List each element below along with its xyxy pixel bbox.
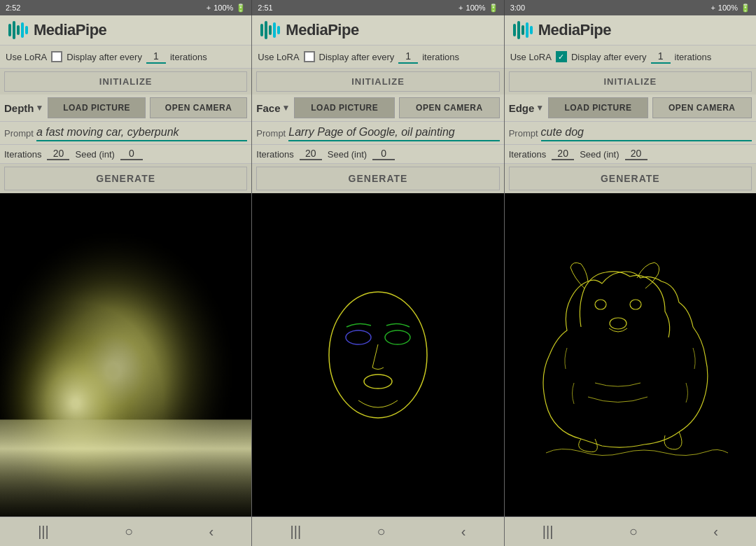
status-time-3: 3:00	[510, 4, 525, 12]
initialize-btn-2[interactable]: INITIALIZE	[256, 71, 499, 92]
prompt-label-2: Prompt	[256, 128, 286, 139]
mode-select-1[interactable]: Depth ▼	[4, 102, 43, 114]
iterations-label-2: Iterations	[256, 149, 293, 160]
lora-checkbox-3[interactable]	[556, 51, 567, 62]
lora-checkbox-2[interactable]	[304, 51, 315, 62]
seed-label-1: Seed (int)	[75, 149, 114, 160]
seed-input-1[interactable]	[120, 148, 143, 160]
iterations-input-3[interactable]	[552, 148, 574, 160]
mediapipe-logo-3	[513, 21, 533, 39]
open-camera-btn-3[interactable]: OPEN CAMERA	[652, 97, 752, 118]
iterations-input-1[interactable]	[47, 148, 69, 160]
dog-svg	[525, 243, 735, 467]
seed-input-3[interactable]	[625, 148, 648, 160]
mode-label-3: Edge	[509, 102, 535, 114]
svg-point-2	[385, 330, 410, 344]
nav-menu-icon-3[interactable]: |||	[542, 524, 554, 540]
svg-point-4	[595, 300, 606, 309]
mode-label-2: Face	[256, 102, 280, 114]
mode-select-3[interactable]: Edge ▼	[509, 102, 545, 114]
display-label-3: Display after every	[571, 52, 647, 62]
lora-checkbox-1[interactable]	[51, 51, 62, 62]
mode-select-2[interactable]: Face ▼	[256, 102, 290, 114]
nav-menu-icon-1[interactable]: |||	[38, 524, 49, 540]
panels-container: MediaPipe Use LoRA Display after every i…	[0, 15, 756, 546]
nav-back-icon-2[interactable]: ‹	[461, 524, 466, 540]
nav-back-icon-1[interactable]: ‹	[209, 524, 214, 540]
mediapipe-logo-2	[260, 21, 280, 39]
prompt-row-3: Prompt	[505, 122, 756, 145]
chevron-icon-3: ▼	[536, 103, 544, 113]
iterations-input-2[interactable]	[300, 148, 322, 160]
controls-row-3: Use LoRA Display after every iterations	[505, 46, 756, 69]
svg-point-1	[346, 330, 371, 344]
svg-point-6	[610, 318, 626, 329]
iter-seed-row-2: Iterations Seed (int)	[252, 145, 503, 164]
status-bar-1: 2:52 + 100% 🔋	[0, 0, 252, 15]
prompt-row-2: Prompt	[252, 122, 503, 145]
nav-bar-1: ||| ○ ‹	[0, 517, 251, 546]
svg-point-0	[329, 292, 427, 418]
mode-row-2: Face ▼ LOAD PICTURE OPEN CAMERA	[252, 94, 503, 122]
face-svg	[308, 264, 448, 446]
controls-row-2: Use LoRA Display after every iterations	[252, 46, 503, 69]
status-battery-2: + 100% 🔋	[458, 4, 498, 13]
logo-bar-2c	[269, 25, 272, 35]
iter-seed-row-1: Iterations Seed (int)	[0, 145, 251, 164]
image-area-3	[505, 193, 756, 517]
status-bars: 2:52 + 100% 🔋 2:51 + 100% 🔋 3:00 + 100% …	[0, 0, 756, 15]
app-title-3: MediaPipe	[538, 21, 611, 39]
open-camera-btn-2[interactable]: OPEN CAMERA	[399, 97, 500, 118]
lora-label-3: Use LoRA	[510, 52, 552, 62]
load-picture-btn-2[interactable]: LOAD PICTURE	[294, 97, 395, 118]
generate-btn-2[interactable]: GENERATE	[256, 167, 499, 190]
app-title-1: MediaPipe	[34, 21, 106, 39]
face-image	[252, 193, 503, 517]
iterations-label-3: Iterations	[509, 149, 546, 160]
logo-bar-1d	[21, 22, 24, 38]
generate-btn-1[interactable]: GENERATE	[4, 167, 247, 190]
status-battery-1: + 100% 🔋	[206, 4, 246, 13]
image-area-1	[0, 193, 251, 517]
generate-btn-3[interactable]: GENERATE	[509, 167, 752, 190]
nav-back-icon-3[interactable]: ‹	[713, 524, 718, 540]
prompt-label-3: Prompt	[509, 128, 538, 139]
chevron-icon-2: ▼	[282, 103, 290, 113]
display-label-1: Display after every	[66, 52, 142, 62]
load-picture-btn-1[interactable]: LOAD PICTURE	[48, 97, 145, 118]
lora-label-1: Use LoRA	[6, 52, 47, 62]
prompt-input-2[interactable]	[288, 125, 499, 141]
prompt-input-1[interactable]	[36, 125, 247, 141]
nav-home-icon-2[interactable]: ○	[377, 524, 385, 540]
logo-bar-1a	[8, 24, 11, 36]
display-iter-input-2[interactable]	[398, 50, 418, 64]
logo-bar-2d	[273, 22, 276, 38]
nav-home-icon-1[interactable]: ○	[125, 524, 133, 540]
load-picture-btn-3[interactable]: LOAD PICTURE	[548, 97, 648, 118]
logo-bar-1c	[17, 25, 20, 35]
display-iter-input-3[interactable]	[651, 50, 671, 64]
nav-home-icon-3[interactable]: ○	[629, 524, 638, 540]
iter-label-3: iterations	[675, 52, 712, 62]
display-label-2: Display after every	[319, 52, 395, 62]
open-camera-btn-1[interactable]: OPEN CAMERA	[150, 97, 247, 118]
nav-menu-icon-2[interactable]: |||	[290, 524, 301, 540]
logo-bar-2e	[277, 26, 280, 34]
panel-2: MediaPipe Use LoRA Display after every i…	[252, 15, 504, 546]
app-header-1: MediaPipe	[0, 15, 251, 46]
status-time-2: 2:51	[258, 4, 272, 12]
status-time-1: 2:52	[6, 4, 20, 12]
logo-bar-3a	[513, 24, 516, 36]
controls-row-1: Use LoRA Display after every iterations	[0, 46, 251, 69]
mode-row-3: Edge ▼ LOAD PICTURE OPEN CAMERA	[505, 94, 756, 122]
seed-input-2[interactable]	[372, 148, 395, 160]
display-iter-input-1[interactable]	[146, 50, 166, 64]
nav-bar-2: ||| ○ ‹	[252, 517, 503, 546]
prompt-input-3[interactable]	[541, 125, 752, 141]
depth-image	[0, 193, 251, 517]
dog-image	[505, 193, 756, 517]
initialize-btn-1[interactable]: INITIALIZE	[4, 71, 247, 92]
app-header-2: MediaPipe	[252, 15, 503, 46]
logo-bar-3b	[517, 21, 520, 39]
initialize-btn-3[interactable]: INITIALIZE	[509, 71, 752, 92]
